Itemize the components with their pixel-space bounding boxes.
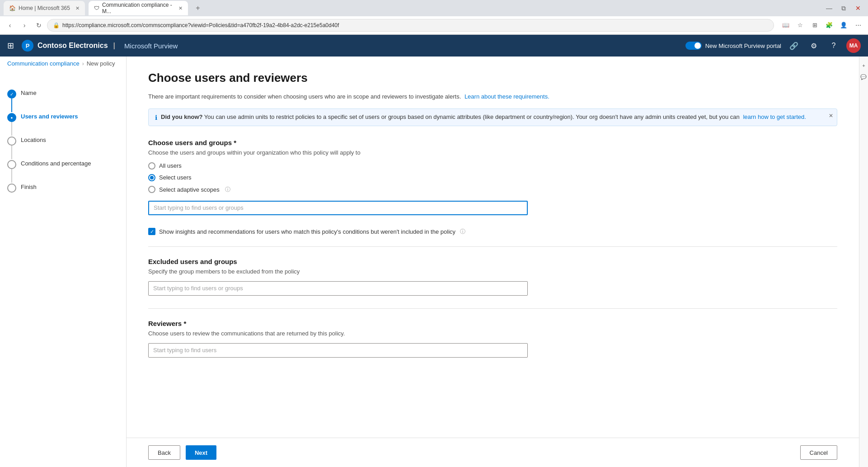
new-tab-button[interactable]: + [192, 2, 204, 14]
browser-titlebar: 🏠 Home | Microsoft 365 ✕ 🛡 Communication… [0, 0, 868, 16]
radio-all-users[interactable]: All users [148, 162, 837, 170]
address-bar[interactable]: 🔒 https://compliance.microsoft.com/comms… [47, 19, 774, 32]
excluded-users-section: Excluded users and groups Specify the gr… [148, 258, 837, 296]
purview-portal-toggle[interactable]: New Microsoft Purview portal [685, 42, 781, 50]
steps-sidebar: Communication compliance › New policy ✓ … [0, 57, 127, 467]
browser-nav: ‹ › ↻ 🔒 https://compliance.microsoft.com… [0, 16, 868, 34]
profile-button[interactable]: 👤 [837, 19, 850, 32]
extensions-button[interactable]: 🧩 [823, 19, 835, 32]
step-label-users: Users and reviewers [21, 112, 78, 120]
radio-adaptive-scopes-input[interactable] [148, 186, 155, 193]
forward-nav-button[interactable]: › [18, 19, 31, 32]
info-banner-content: Did you know? You can use admin units to… [161, 113, 806, 120]
page-title: Choose users and reviewers [148, 71, 837, 85]
external-link-icon[interactable]: 🔗 [787, 38, 801, 53]
users-groups-search-input[interactable] [148, 201, 528, 215]
step-conditions[interactable]: Conditions and percentage [7, 159, 91, 169]
admin-units-link[interactable]: learn how to get started. [743, 113, 806, 120]
reviewers-title: Reviewers * [148, 320, 837, 327]
step-connector-2 [11, 122, 12, 136]
radio-adaptive-scopes-label: Select adaptive scopes [159, 186, 220, 193]
step-finish[interactable]: Finish [7, 183, 37, 193]
tab-label-compliance: Communication compliance - M... [102, 2, 176, 14]
section-divider-1 [148, 246, 837, 247]
learn-requirements-link[interactable]: Learn about these requirements. [464, 93, 549, 100]
insights-checkbox[interactable]: ✓ [148, 228, 155, 235]
refresh-button[interactable]: ↻ [33, 19, 45, 32]
excluded-users-title: Excluded users and groups [148, 258, 837, 265]
step-circle-name: ✓ [7, 90, 16, 99]
tab-close-compliance[interactable]: ✕ [178, 5, 183, 11]
main-content: Choose users and reviewers There are imp… [127, 57, 859, 438]
excluded-users-subtitle: Specify the group members to be excluded… [148, 268, 837, 275]
tab-label-home: Home | Microsoft 365 [19, 5, 70, 11]
radio-all-users-input[interactable] [148, 162, 155, 170]
breadcrumb-item-newpolicy: New policy [87, 60, 115, 67]
steps-container: ✓ Name ● Users and reviewers [0, 80, 126, 202]
tab-favicon-compliance: 🛡 [94, 5, 99, 11]
reviewers-search-input[interactable] [148, 343, 528, 358]
avatar[interactable]: MA [846, 38, 861, 53]
main-area: Choose users and reviewers There are imp… [127, 57, 859, 467]
close-button[interactable]: ✕ [852, 2, 864, 14]
radio-select-users[interactable]: Select users [148, 174, 837, 181]
full-page: 🏠 Home | Microsoft 365 ✕ 🛡 Communication… [0, 0, 868, 467]
cancel-button[interactable]: Cancel [800, 445, 837, 460]
step-label-finish: Finish [21, 183, 37, 190]
step-name[interactable]: ✓ Name [7, 89, 37, 99]
grid-icon[interactable]: ⊞ [7, 41, 14, 51]
restore-button[interactable]: ⧉ [837, 2, 850, 14]
adaptive-scopes-info-icon[interactable]: ⓘ [225, 186, 230, 193]
browser-tab-home[interactable]: 🏠 Home | Microsoft 365 ✕ [4, 1, 85, 15]
svg-text:P: P [26, 42, 30, 49]
right-panel-chat-icon[interactable]: 💬 [860, 73, 868, 80]
info-icon: ℹ [155, 114, 157, 121]
info-banner-close-button[interactable]: ✕ [829, 113, 833, 119]
more-button[interactable]: ⋯ [852, 19, 864, 32]
breadcrumb: Communication compliance › New policy [0, 57, 126, 71]
step-locations[interactable]: Locations [7, 136, 46, 146]
back-nav-button[interactable]: ‹ [4, 19, 16, 32]
toggle-switch[interactable] [685, 42, 702, 50]
app-name: Microsoft Purview [124, 42, 178, 50]
minimize-button[interactable]: — [823, 2, 835, 14]
breadcrumb-item-compliance[interactable]: Communication compliance [7, 60, 80, 67]
insights-info-icon[interactable]: ⓘ [460, 228, 465, 236]
settings-icon[interactable]: ⚙ [807, 38, 821, 53]
logo-text: Contoso Electronics [38, 42, 108, 50]
browser-tab-compliance[interactable]: 🛡 Communication compliance - M... ✕ [89, 1, 188, 15]
step-label-locations: Locations [21, 136, 46, 143]
toggle-knob [694, 42, 701, 49]
reviewers-subtitle: Choose users to review the communication… [148, 330, 837, 337]
choose-users-title: Choose users and groups * [148, 139, 837, 146]
step-circle-locations [7, 137, 16, 146]
radio-select-users-input[interactable] [148, 174, 155, 181]
help-icon[interactable]: ? [826, 38, 841, 53]
next-button[interactable]: Next [186, 445, 216, 460]
browser-chrome: 🏠 Home | Microsoft 365 ✕ 🛡 Communication… [0, 0, 868, 35]
radio-adaptive-scopes[interactable]: Select adaptive scopes ⓘ [148, 186, 837, 193]
toggle-label: New Microsoft Purview portal [705, 42, 781, 49]
footer: Back Next Cancel [127, 438, 859, 467]
breadcrumb-separator: › [82, 61, 84, 67]
user-selection-radio-group: All users Select users Select adaptive s… [148, 162, 837, 193]
tab-close-home[interactable]: ✕ [75, 5, 80, 11]
step-label-name: Name [21, 89, 37, 96]
app-container: ⊞ P Contoso Electronics | Microsoft Purv… [0, 35, 868, 467]
reviewers-section: Reviewers * Choose users to review the c… [148, 320, 837, 358]
choose-users-title-text: Choose users and groups * [148, 139, 236, 146]
radio-all-users-label: All users [159, 162, 182, 169]
back-button[interactable]: Back [148, 445, 180, 460]
collections-button[interactable]: ⊞ [808, 19, 821, 32]
section-divider-2 [148, 308, 837, 309]
address-text: https://compliance.microsoft.com/commsco… [62, 22, 768, 28]
checkbox-checkmark: ✓ [150, 229, 154, 235]
read-mode-button[interactable]: 📖 [779, 19, 792, 32]
logo-icon: P [21, 39, 34, 52]
expand-panel-button[interactable]: + [860, 62, 868, 69]
lock-icon: 🔒 [53, 22, 60, 28]
excluded-users-search-input[interactable] [148, 281, 528, 296]
favorites-button[interactable]: ☆ [794, 19, 807, 32]
info-banner-bold: Did you know? [161, 113, 202, 120]
step-users[interactable]: ● Users and reviewers [7, 112, 78, 122]
